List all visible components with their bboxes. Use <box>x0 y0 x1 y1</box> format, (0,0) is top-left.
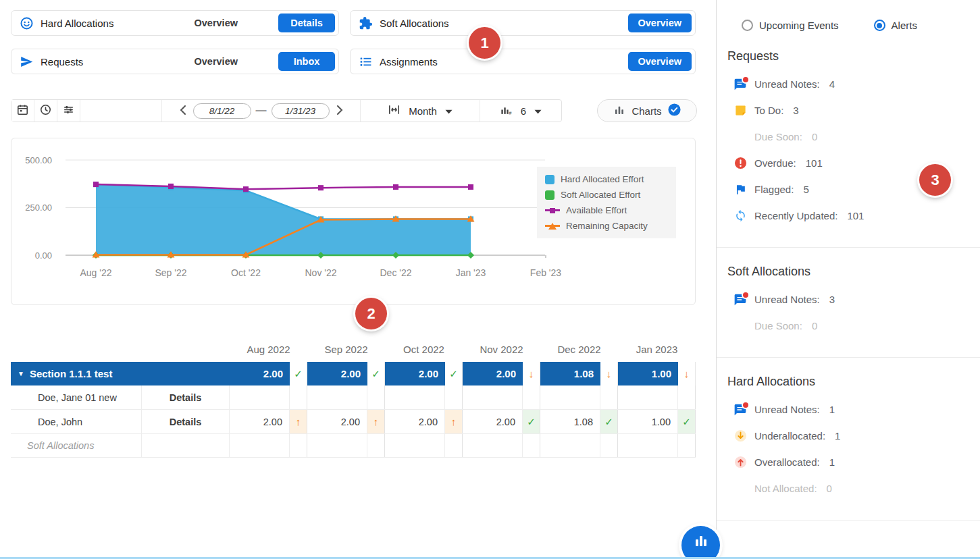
soft-allocations-button[interactable]: Overview <box>628 14 692 32</box>
column-header: Jan 2023 <box>618 344 696 355</box>
overview-link[interactable]: Overview <box>195 18 238 28</box>
allocation-value-cell[interactable]: 1.08 <box>540 362 600 385</box>
next-period-button[interactable] <box>334 104 346 118</box>
allocation-value-cell[interactable] <box>618 385 678 409</box>
alert-label: To Do: <box>754 105 783 116</box>
hard-allocations-button[interactable]: Details <box>278 14 335 32</box>
legend-swatch <box>545 221 560 231</box>
column-header: Dec 2022 <box>540 344 618 355</box>
allocation-value-cell[interactable]: 1.00 <box>618 410 678 433</box>
legend-label: Available Effort <box>566 205 627 215</box>
svg-text:0.00: 0.00 <box>35 250 52 261</box>
overview-link[interactable]: Overview <box>195 56 238 67</box>
allocation-value-cell[interactable] <box>618 434 678 457</box>
allocation-value-cell[interactable] <box>230 385 290 409</box>
chat-unread-icon <box>733 78 747 91</box>
allocation-value-cell[interactable] <box>385 434 445 457</box>
alert-item-not-allocated[interactable]: Not Allocated:0 <box>727 475 969 502</box>
row-name-cell: Doe, John <box>11 410 142 433</box>
alert-label: Overdue: <box>754 157 796 169</box>
details-link[interactable]: Details <box>170 417 202 427</box>
overallocated-icon <box>733 456 747 469</box>
prev-period-button[interactable] <box>177 104 188 118</box>
legend-swatch <box>545 206 560 215</box>
allocation-value-cell[interactable] <box>540 434 600 457</box>
details-cell <box>142 362 230 385</box>
allocation-value-cell[interactable] <box>307 434 367 457</box>
assignments-button[interactable]: Overview <box>628 52 692 71</box>
alert-item-to-do[interactable]: To Do:3 <box>727 97 969 124</box>
table-header-row: Aug 2022Sep 2022Oct 2022Nov 2022Dec 2022… <box>11 337 696 362</box>
details-link[interactable]: Details <box>170 392 202 403</box>
allocation-value-cell[interactable] <box>385 385 445 409</box>
allocation-value-cell[interactable] <box>463 434 523 457</box>
alert-item-due-soon[interactable]: Due Soon:0 <box>727 313 969 339</box>
allocation-value-cell[interactable] <box>230 434 290 457</box>
filter-settings-button[interactable] <box>57 100 80 122</box>
allocation-value-cell[interactable]: 2.00 <box>463 410 523 433</box>
section-name: Section 1.1.1 test <box>30 368 113 379</box>
allocation-value-cell[interactable] <box>307 385 367 409</box>
alert-item-due-soon[interactable]: Due Soon:0 <box>727 124 969 150</box>
legend-swatch <box>545 190 555 200</box>
alert-item-unread-notes[interactable]: Unread Notes:3 <box>727 286 969 313</box>
status-overallocated-icon: ↑ <box>451 417 457 427</box>
alert-count: 3 <box>793 105 798 116</box>
calendar-button[interactable] <box>11 100 34 122</box>
alert-count: 0 <box>812 131 817 142</box>
alert-item-unread-notes[interactable]: Unread Notes:1 <box>727 396 969 423</box>
interval-dropdown[interactable]: Month <box>361 100 480 122</box>
section-name-cell[interactable]: ▼Section 1.1.1 test <box>11 362 142 385</box>
allocation-value-cell[interactable]: 2.00 <box>385 410 445 433</box>
allocation-value-cell[interactable]: 2.00 <box>385 362 445 385</box>
alert-label: Unread Notes: <box>754 404 820 415</box>
alert-sections: RequestsUnread Notes:4To Do:3Due Soon:0O… <box>717 32 980 521</box>
send-icon <box>19 54 34 69</box>
status-cell <box>290 385 307 409</box>
charts-toggle-button[interactable]: Charts <box>597 99 697 122</box>
status-cell: ✓ <box>445 362 463 385</box>
view-option-upcoming-events[interactable]: Upcoming Events <box>742 18 839 32</box>
alert-item-unread-notes[interactable]: Unread Notes:4 <box>727 71 969 97</box>
view-option-alerts[interactable]: Alerts <box>874 18 917 32</box>
charts-fab-button[interactable] <box>681 526 720 559</box>
alert-count: 5 <box>803 184 808 195</box>
allocation-value-cell[interactable]: 2.00 <box>230 410 290 433</box>
chart-legend: Hard Allocated EffortSoft Allocated Effo… <box>537 167 676 238</box>
status-cell: ✓ <box>678 410 696 433</box>
row-name: Doe, Jane 01 new <box>38 392 117 403</box>
section-title: Requests <box>727 49 969 63</box>
legend-label: Soft Allocated Effort <box>561 190 640 200</box>
allocation-value-cell[interactable]: 2.00 <box>307 362 367 385</box>
charts-toggle-label: Charts <box>631 105 661 117</box>
status-cell: ↓ <box>678 362 696 385</box>
alert-item-underallocated[interactable]: Underallocated:1 <box>727 423 969 449</box>
app-root: Hard AllocationsOverviewDetailsSoft Allo… <box>0 0 980 559</box>
card-title: Assignments <box>380 56 438 68</box>
legend-label: Hard Allocated Effort <box>561 174 644 184</box>
alert-label: Recently Updated: <box>754 210 837 221</box>
time-button[interactable] <box>34 100 57 122</box>
allocation-value-cell[interactable] <box>540 385 600 409</box>
allocation-value-cell[interactable] <box>463 385 523 409</box>
column-count-dropdown[interactable]: # 6 <box>480 100 561 122</box>
requests-button[interactable]: Inbox <box>278 52 335 71</box>
svg-text:#: # <box>509 110 511 115</box>
alert-label: Not Allocated: <box>754 483 817 494</box>
allocation-value-cell[interactable]: 1.08 <box>540 410 600 433</box>
allocation-value-cell[interactable]: 2.00 <box>463 362 523 385</box>
alert-item-overallocated[interactable]: Overallocated:1 <box>727 449 969 475</box>
allocation-value-cell[interactable]: 2.00 <box>230 362 290 385</box>
allocation-value-cell[interactable]: 2.00 <box>307 410 367 433</box>
end-date-input[interactable] <box>272 103 330 119</box>
svg-text:Sep '22: Sep '22 <box>155 267 186 278</box>
collapse-caret-icon[interactable]: ▼ <box>18 371 24 377</box>
start-date-input[interactable] <box>193 103 251 119</box>
clock-icon <box>39 103 52 118</box>
card-title: Hard Allocations <box>41 18 113 29</box>
status-cell: ✓ <box>290 362 307 385</box>
allocation-value-cell[interactable]: 1.00 <box>618 362 678 385</box>
status-cell <box>523 434 540 457</box>
unread-dot <box>742 76 750 84</box>
alert-item-recently-updated[interactable]: Recently Updated:101 <box>727 203 969 229</box>
